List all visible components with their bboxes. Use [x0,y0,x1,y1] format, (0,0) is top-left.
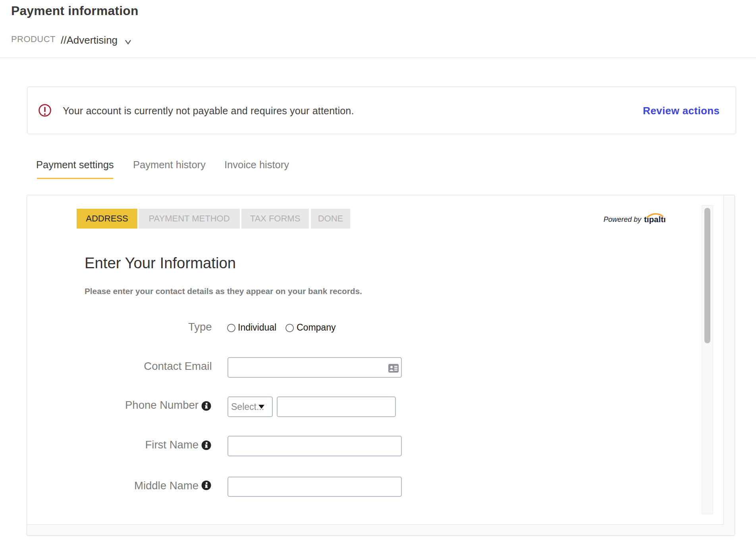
svg-text:Powered by: Powered by [604,215,642,223]
